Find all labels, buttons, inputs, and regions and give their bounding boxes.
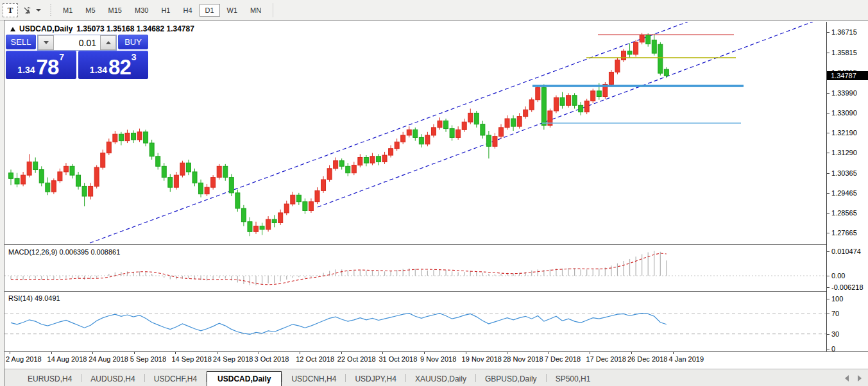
date-tick <box>300 352 300 354</box>
collapse-triangle-icon[interactable] <box>10 27 15 31</box>
buy-button[interactable]: BUY <box>118 35 148 49</box>
date-label: 28 Nov 2018 <box>503 355 543 363</box>
chart-window: USDCAD,Daily 1.35073 1.35168 1.34682 1.3… <box>4 20 868 386</box>
buy-price-pips: 82 <box>108 58 131 77</box>
price-tick-label: 1.33990 <box>831 89 857 97</box>
date-tick <box>631 352 632 354</box>
date-label: 22 Oct 2018 <box>337 355 376 363</box>
volume-input[interactable] <box>54 35 100 50</box>
tab-usdcnh[interactable]: USDCNH,H4 <box>282 372 345 386</box>
date-label: 14 Aug 2018 <box>47 355 87 363</box>
sell-price-pips: 78 <box>37 58 59 77</box>
date-tick <box>673 352 674 354</box>
macd-tick-label: 0.010474 <box>831 248 861 255</box>
text-tool-icon: T <box>8 5 13 15</box>
macd-tick-label: 0.00 <box>831 272 845 280</box>
date-label: 19 Nov 2018 <box>462 355 502 363</box>
price-tick-label: 1.31290 <box>831 149 857 156</box>
arrows-tool-button[interactable] <box>21 3 43 17</box>
date-tick <box>549 352 549 354</box>
date-tick <box>382 352 383 354</box>
rsi-tick-label: 100 <box>831 295 843 303</box>
dropdown-caret-icon[interactable] <box>36 9 41 12</box>
timeframe-button-w1[interactable]: W1 <box>221 4 244 17</box>
price-tick-label: 1.32190 <box>831 129 857 137</box>
price-tick-label: 1.28565 <box>831 209 857 217</box>
arrow-up-icon <box>106 41 111 44</box>
timeframe-group: M1M5M15M30H1H4D1W1MN <box>56 0 268 20</box>
date-axis[interactable]: 2 Aug 201814 Aug 201824 Aug 20185 Sep 20… <box>4 352 826 369</box>
date-label: 4 Jan 2019 <box>669 355 704 363</box>
price-tick-label: 1.30365 <box>831 169 857 177</box>
date-label: 3 Oct 2018 <box>255 355 289 363</box>
toolbar-separator <box>273 3 273 17</box>
sell-price-point: 7 <box>59 53 64 62</box>
price-tick-label: 1.33090 <box>831 109 857 117</box>
price-axis[interactable]: 1.34787 1.367151.358151.349151.339901.33… <box>826 22 868 351</box>
timeframe-button-h4[interactable]: H4 <box>177 4 198 17</box>
tab-usdcad[interactable]: USDCAD,Daily <box>207 371 282 386</box>
date-tick <box>175 352 176 354</box>
timeframe-button-h1[interactable]: H1 <box>155 4 176 17</box>
volume-decrease-button[interactable] <box>38 35 54 50</box>
date-tick <box>507 352 507 354</box>
timeframe-button-d1[interactable]: D1 <box>200 4 220 17</box>
timeframe-button-m1[interactable]: M1 <box>57 4 78 17</box>
date-label: 24 Aug 2018 <box>89 355 128 363</box>
date-tick <box>259 352 259 354</box>
price-tick-label: 1.36715 <box>831 28 857 36</box>
tab-sp500[interactable]: SP500,H1 <box>547 372 600 386</box>
tab-scroll-left-icon[interactable] <box>845 375 849 382</box>
macd-tick-label: -0.006218 <box>831 283 864 291</box>
rsi-chart <box>4 292 826 351</box>
chart-title: USDCAD,Daily 1.35073 1.35168 1.34682 1.3… <box>10 24 194 33</box>
macd-chart <box>4 246 826 291</box>
buy-price-panel[interactable]: 1.34 82 3 <box>78 51 149 79</box>
timeframe-button-mn[interactable]: MN <box>244 4 267 17</box>
tab-eurusd[interactable]: EURUSD,H4 <box>19 372 81 386</box>
toolbar-grip[interactable] <box>49 4 53 17</box>
date-label: 2 Aug 2018 <box>6 355 42 363</box>
date-label: 5 Sep 2018 <box>130 355 166 363</box>
rsi-indicator-label: RSI(14) 49.0491 <box>8 294 60 302</box>
price-tick-label: 1.29465 <box>831 189 857 197</box>
tab-usdchf[interactable]: USDCHF,H4 <box>145 372 206 386</box>
one-click-trade-panel: SELL BUY 1.34 78 <box>6 35 148 79</box>
volume-increase-button[interactable] <box>100 35 116 50</box>
price-chart-pane[interactable]: USDCAD,Daily 1.35073 1.35168 1.34682 1.3… <box>4 22 826 244</box>
macd-pane[interactable]: MACD(12,26,9) 0.006395 0.008861 <box>4 246 826 291</box>
rsi-pane[interactable]: RSI(14) 49.0491 <box>4 292 826 351</box>
chart-ohlc-values: 1.35073 1.35168 1.34682 1.34787 <box>76 24 194 33</box>
date-label: 7 Dec 2018 <box>545 355 581 363</box>
date-label: 17 Dec 2018 <box>586 355 625 363</box>
tab-scroll-nav <box>845 375 862 382</box>
date-label: 24 Sep 2018 <box>213 355 253 363</box>
timeframe-button-m5[interactable]: M5 <box>80 4 101 17</box>
price-tick-label: 1.35815 <box>831 49 857 56</box>
sell-button[interactable]: SELL <box>6 35 36 49</box>
date-tick <box>424 352 425 354</box>
tab-usdjpy[interactable]: USDJPY,H4 <box>346 372 405 386</box>
arrow-down-icon <box>44 41 49 44</box>
sell-price-panel[interactable]: 1.34 78 7 <box>6 51 76 79</box>
rsi-tick-label: 0 <box>831 345 835 353</box>
date-label: 31 Oct 2018 <box>379 355 417 363</box>
timeframe-button-m30[interactable]: M30 <box>129 4 154 17</box>
buy-price-base: 1.34 <box>90 63 107 77</box>
chart-tab-bar: EURUSD,H4AUDUSD,H4USDCHF,H4USDCAD,DailyU… <box>4 369 868 386</box>
timeframe-button-m15[interactable]: M15 <box>103 4 128 17</box>
tab-gbpusd[interactable]: GBPUSD,Daily <box>476 372 546 386</box>
rsi-tick-label: 70 <box>831 310 839 317</box>
buy-price-point: 3 <box>132 53 137 62</box>
date-tick <box>217 352 217 354</box>
tab-audusd[interactable]: AUDUSD,H4 <box>81 372 144 386</box>
date-tick <box>134 352 135 354</box>
text-tool-button[interactable]: T <box>3 3 18 17</box>
date-tick <box>466 352 466 354</box>
rsi-tick-label: 30 <box>831 330 839 338</box>
date-label: 14 Sep 2018 <box>171 355 211 363</box>
price-tick-label: 1.27665 <box>831 229 857 237</box>
date-label: 26 Dec 2018 <box>627 355 667 363</box>
tab-xauusd[interactable]: XAUUSD,Daily <box>406 372 475 386</box>
tab-scroll-right-icon[interactable] <box>858 375 862 382</box>
